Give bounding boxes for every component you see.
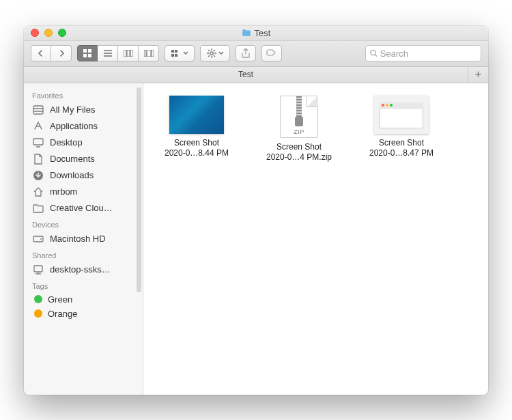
network-pc-icon — [32, 264, 44, 276]
file-name-line1: Screen Shot — [276, 142, 322, 152]
tags-button[interactable] — [261, 45, 282, 61]
search-field[interactable] — [365, 45, 481, 61]
coverflow-icon — [144, 50, 154, 57]
sidebar[interactable]: FavoritesAll My FilesApplicationsDesktop… — [24, 83, 143, 395]
chevron-left-icon — [38, 50, 44, 57]
window-minimize-button[interactable] — [44, 29, 53, 37]
toolbar — [24, 41, 488, 67]
columns-icon — [124, 50, 133, 57]
svg-rect-28 — [33, 139, 43, 145]
file-name-line2: 2020-0…8.47 PM — [369, 148, 433, 158]
folder-icon — [32, 202, 44, 214]
home-icon — [32, 186, 44, 198]
sidebar-item[interactable]: Macintosh HD — [24, 231, 143, 247]
file-name-line1: Screen Shot — [174, 138, 219, 148]
svg-line-22 — [208, 55, 210, 57]
tab-current[interactable]: Test — [24, 70, 468, 79]
tag-dot-icon — [34, 309, 42, 318]
svg-point-32 — [40, 238, 42, 240]
view-columns-button[interactable] — [118, 45, 139, 61]
share-icon — [242, 48, 250, 58]
back-button[interactable] — [31, 45, 51, 61]
sidebar-item[interactable]: Green — [24, 292, 143, 307]
folder-icon — [242, 29, 251, 37]
scrollbar[interactable] — [137, 87, 141, 292]
sidebar-item[interactable]: Orange — [24, 307, 143, 321]
gear-icon — [207, 48, 216, 58]
sidebar-item[interactable]: desktop-ssks… — [24, 262, 143, 278]
forward-button[interactable] — [51, 45, 72, 61]
svg-rect-33 — [34, 266, 42, 272]
svg-rect-25 — [33, 106, 43, 114]
search-icon — [370, 49, 378, 57]
svg-line-21 — [214, 50, 215, 51]
tag-icon — [266, 49, 277, 57]
view-gallery-button[interactable] — [139, 45, 159, 61]
sidebar-item[interactable]: Desktop — [24, 135, 143, 151]
tag-dot-icon — [34, 295, 42, 303]
window-close-button[interactable] — [31, 29, 39, 37]
svg-rect-11 — [175, 50, 177, 53]
harddisk-icon — [32, 233, 44, 245]
zip-badge-text: ZIP — [281, 128, 317, 135]
sidebar-item[interactable]: mrbom — [24, 184, 143, 200]
sidebar-header: Favorites — [24, 87, 143, 102]
chevron-right-icon — [58, 50, 65, 57]
grid-icon — [83, 49, 91, 57]
action-button[interactable] — [200, 45, 230, 61]
file-item[interactable]: Screen Shot2020-0…8.47 PM — [360, 96, 442, 163]
zip-file-icon: ZIP — [280, 96, 318, 138]
titlebar: Test — [24, 26, 488, 41]
svg-rect-7 — [144, 50, 146, 57]
share-button[interactable] — [236, 45, 256, 61]
group-button[interactable] — [165, 45, 195, 61]
view-list-button[interactable] — [98, 45, 118, 61]
search-input[interactable] — [380, 48, 477, 59]
sidebar-item-label: Applications — [50, 121, 98, 131]
desktop-icon — [32, 137, 44, 149]
new-tab-button[interactable]: + — [468, 67, 488, 83]
view-icon-grid-button[interactable] — [77, 45, 98, 61]
finder-window: Test — [24, 26, 488, 395]
svg-rect-13 — [175, 54, 177, 57]
file-name-line2: 2020-0…4 PM.zip — [266, 152, 332, 163]
sidebar-header: Shared — [24, 247, 143, 262]
file-name-line1: Screen Shot — [379, 138, 424, 148]
svg-rect-6 — [130, 50, 133, 57]
sidebar-item-label: Creative Clou… — [50, 203, 113, 213]
window-title-text: Test — [255, 28, 271, 38]
sidebar-item-label: Downloads — [50, 170, 94, 180]
sidebar-item[interactable]: All My Files — [24, 102, 143, 118]
svg-rect-1 — [88, 49, 91, 53]
window-zoom-button[interactable] — [58, 29, 66, 37]
svg-rect-3 — [88, 54, 91, 57]
sidebar-item[interactable]: Downloads — [24, 167, 143, 184]
sidebar-item[interactable]: Creative Clou… — [24, 200, 143, 216]
all-my-files-icon — [32, 104, 44, 116]
chevron-down-icon — [218, 51, 224, 55]
sidebar-item[interactable]: Applications — [24, 118, 143, 135]
sidebar-item-label: Documents — [50, 154, 95, 164]
sidebar-item-label: All My Files — [50, 104, 95, 115]
file-grid[interactable]: Screen Shot2020-0…8.44 PMZIPScreen Shot2… — [143, 83, 488, 395]
traffic-lights — [31, 29, 66, 37]
svg-rect-4 — [124, 50, 126, 57]
sidebar-header: Tags — [24, 278, 143, 292]
window-title: Test — [24, 28, 488, 38]
documents-icon — [32, 153, 44, 165]
file-item[interactable]: ZIPScreen Shot2020-0…4 PM.zip — [258, 96, 340, 163]
sidebar-item-label: Desktop — [50, 137, 83, 148]
view-switcher — [77, 45, 159, 61]
svg-rect-9 — [152, 50, 154, 57]
sidebar-item-label: Green — [48, 294, 72, 305]
tab-bar: Test + — [24, 67, 488, 83]
sidebar-item-label: Orange — [48, 309, 77, 319]
svg-point-23 — [371, 50, 375, 55]
downloads-icon — [32, 169, 44, 182]
sidebar-item-label: desktop-ssks… — [50, 264, 111, 275]
sidebar-item-label: mrbom — [50, 186, 77, 197]
sidebar-item[interactable]: Documents — [24, 151, 143, 167]
file-item[interactable]: Screen Shot2020-0…8.44 PM — [156, 96, 238, 163]
svg-line-20 — [214, 55, 215, 57]
svg-rect-12 — [171, 54, 174, 57]
